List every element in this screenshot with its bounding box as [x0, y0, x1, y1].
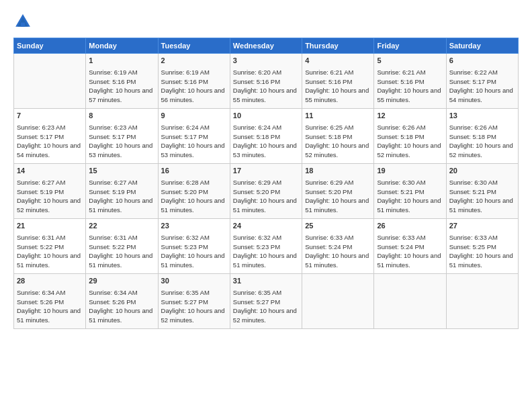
- day-info: Sunrise: 6:32 AMSunset: 5:23 PMDaylight:…: [233, 233, 299, 270]
- calendar-cell: 23Sunrise: 6:32 AMSunset: 5:23 PMDayligh…: [158, 219, 230, 274]
- calendar-cell: 10Sunrise: 6:24 AMSunset: 5:18 PMDayligh…: [230, 109, 302, 164]
- day-info: Sunrise: 6:34 AMSunset: 5:26 PMDaylight:…: [89, 288, 154, 325]
- day-info: Sunrise: 6:30 AMSunset: 5:21 PMDaylight:…: [377, 178, 443, 215]
- weekday-header-thursday: Thursday: [302, 38, 374, 54]
- day-number: 20: [449, 166, 515, 177]
- calendar-cell: 28Sunrise: 6:34 AMSunset: 5:26 PMDayligh…: [14, 274, 86, 329]
- day-number: 2: [161, 56, 227, 66]
- week-row-5: 28Sunrise: 6:34 AMSunset: 5:26 PMDayligh…: [14, 274, 519, 329]
- calendar-cell: [446, 274, 518, 329]
- calendar-cell: [374, 274, 446, 329]
- day-number: 21: [17, 221, 83, 232]
- weekday-header-monday: Monday: [86, 38, 158, 54]
- day-number: 16: [161, 166, 227, 177]
- weekday-header-wednesday: Wednesday: [230, 38, 302, 54]
- calendar-cell: 30Sunrise: 6:35 AMSunset: 5:27 PMDayligh…: [158, 274, 230, 329]
- calendar-cell: [302, 274, 374, 329]
- day-number: 13: [449, 111, 515, 122]
- day-info: Sunrise: 6:30 AMSunset: 5:21 PMDaylight:…: [449, 178, 515, 215]
- day-number: 1: [89, 56, 154, 66]
- day-info: Sunrise: 6:31 AMSunset: 5:22 PMDaylight:…: [17, 233, 83, 270]
- day-number: 3: [233, 56, 299, 66]
- day-info: Sunrise: 6:34 AMSunset: 5:26 PMDaylight:…: [17, 288, 83, 325]
- weekday-header-row: SundayMondayTuesdayWednesdayThursdayFrid…: [14, 38, 519, 54]
- calendar-cell: 1Sunrise: 6:19 AMSunset: 5:16 PMDaylight…: [86, 54, 158, 109]
- calendar-cell: 5Sunrise: 6:21 AMSunset: 5:16 PMDaylight…: [374, 54, 446, 109]
- calendar-cell: 11Sunrise: 6:25 AMSunset: 5:18 PMDayligh…: [302, 109, 374, 164]
- day-number: 11: [305, 111, 371, 122]
- calendar-cell: 9Sunrise: 6:24 AMSunset: 5:17 PMDaylight…: [158, 109, 230, 164]
- weekday-header-sunday: Sunday: [14, 38, 86, 54]
- day-number: 23: [161, 221, 227, 232]
- day-info: Sunrise: 6:29 AMSunset: 5:20 PMDaylight:…: [305, 178, 371, 215]
- day-number: 18: [305, 166, 371, 177]
- calendar-cell: 14Sunrise: 6:27 AMSunset: 5:19 PMDayligh…: [14, 164, 86, 219]
- day-info: Sunrise: 6:35 AMSunset: 5:27 PMDaylight:…: [161, 288, 227, 325]
- day-info: Sunrise: 6:22 AMSunset: 5:17 PMDaylight:…: [449, 68, 515, 105]
- day-info: Sunrise: 6:33 AMSunset: 5:25 PMDaylight:…: [449, 233, 515, 270]
- day-info: Sunrise: 6:26 AMSunset: 5:18 PMDaylight:…: [377, 123, 443, 160]
- day-number: 25: [305, 221, 371, 232]
- calendar-cell: 24Sunrise: 6:32 AMSunset: 5:23 PMDayligh…: [230, 219, 302, 274]
- day-info: Sunrise: 6:25 AMSunset: 5:18 PMDaylight:…: [305, 123, 371, 160]
- calendar-cell: 2Sunrise: 6:19 AMSunset: 5:16 PMDaylight…: [158, 54, 230, 109]
- day-info: Sunrise: 6:33 AMSunset: 5:24 PMDaylight:…: [305, 233, 371, 270]
- calendar-cell: 3Sunrise: 6:20 AMSunset: 5:16 PMDaylight…: [230, 54, 302, 109]
- day-number: 5: [377, 56, 443, 66]
- day-number: 24: [233, 221, 299, 232]
- calendar-table: SundayMondayTuesdayWednesdayThursdayFrid…: [13, 38, 519, 329]
- calendar-cell: 20Sunrise: 6:30 AMSunset: 5:21 PMDayligh…: [446, 164, 518, 219]
- day-info: Sunrise: 6:27 AMSunset: 5:19 PMDaylight:…: [17, 178, 83, 215]
- calendar-cell: 15Sunrise: 6:27 AMSunset: 5:19 PMDayligh…: [86, 164, 158, 219]
- day-number: 10: [233, 111, 299, 122]
- day-number: 9: [161, 111, 227, 122]
- day-info: Sunrise: 6:32 AMSunset: 5:23 PMDaylight:…: [161, 233, 227, 270]
- calendar-cell: 31Sunrise: 6:35 AMSunset: 5:27 PMDayligh…: [230, 274, 302, 329]
- day-number: 4: [305, 56, 371, 66]
- logo: [13, 12, 35, 31]
- day-number: 29: [89, 276, 154, 287]
- week-row-3: 14Sunrise: 6:27 AMSunset: 5:19 PMDayligh…: [14, 164, 519, 219]
- day-number: 6: [449, 56, 515, 66]
- weekday-header-friday: Friday: [374, 38, 446, 54]
- day-number: 26: [377, 221, 443, 232]
- calendar-cell: 4Sunrise: 6:21 AMSunset: 5:16 PMDaylight…: [302, 54, 374, 109]
- day-info: Sunrise: 6:21 AMSunset: 5:16 PMDaylight:…: [305, 68, 371, 105]
- calendar-cell: 17Sunrise: 6:29 AMSunset: 5:20 PMDayligh…: [230, 164, 302, 219]
- calendar-page: SundayMondayTuesdayWednesdayThursdayFrid…: [0, 0, 532, 411]
- day-info: Sunrise: 6:33 AMSunset: 5:24 PMDaylight:…: [377, 233, 443, 270]
- day-info: Sunrise: 6:29 AMSunset: 5:20 PMDaylight:…: [233, 178, 299, 215]
- day-info: Sunrise: 6:24 AMSunset: 5:17 PMDaylight:…: [161, 123, 227, 160]
- day-info: Sunrise: 6:23 AMSunset: 5:17 PMDaylight:…: [17, 123, 83, 160]
- svg-rect-2: [21, 23, 25, 27]
- logo-icon: [13, 12, 32, 31]
- day-info: Sunrise: 6:19 AMSunset: 5:16 PMDaylight:…: [89, 68, 154, 105]
- week-row-4: 21Sunrise: 6:31 AMSunset: 5:22 PMDayligh…: [14, 219, 519, 274]
- day-number: 22: [89, 221, 154, 232]
- day-info: Sunrise: 6:35 AMSunset: 5:27 PMDaylight:…: [233, 288, 299, 325]
- day-number: 28: [17, 276, 83, 287]
- day-info: Sunrise: 6:21 AMSunset: 5:16 PMDaylight:…: [377, 68, 443, 105]
- calendar-cell: 25Sunrise: 6:33 AMSunset: 5:24 PMDayligh…: [302, 219, 374, 274]
- calendar-cell: 19Sunrise: 6:30 AMSunset: 5:21 PMDayligh…: [374, 164, 446, 219]
- calendar-cell: 12Sunrise: 6:26 AMSunset: 5:18 PMDayligh…: [374, 109, 446, 164]
- week-row-2: 7Sunrise: 6:23 AMSunset: 5:17 PMDaylight…: [14, 109, 519, 164]
- calendar-cell: 7Sunrise: 6:23 AMSunset: 5:17 PMDaylight…: [14, 109, 86, 164]
- day-info: Sunrise: 6:20 AMSunset: 5:16 PMDaylight:…: [233, 68, 299, 105]
- calendar-cell: 22Sunrise: 6:31 AMSunset: 5:22 PMDayligh…: [86, 219, 158, 274]
- day-number: 30: [161, 276, 227, 287]
- day-number: 27: [449, 221, 515, 232]
- day-info: Sunrise: 6:27 AMSunset: 5:19 PMDaylight:…: [89, 178, 154, 215]
- calendar-cell: 18Sunrise: 6:29 AMSunset: 5:20 PMDayligh…: [302, 164, 374, 219]
- day-number: 31: [233, 276, 299, 287]
- day-info: Sunrise: 6:31 AMSunset: 5:22 PMDaylight:…: [89, 233, 154, 270]
- calendar-cell: 26Sunrise: 6:33 AMSunset: 5:24 PMDayligh…: [374, 219, 446, 274]
- day-info: Sunrise: 6:28 AMSunset: 5:20 PMDaylight:…: [161, 178, 227, 215]
- calendar-cell: [14, 54, 86, 109]
- day-number: 14: [17, 166, 83, 177]
- day-number: 7: [17, 111, 83, 122]
- day-number: 8: [89, 111, 154, 122]
- header: [13, 12, 519, 31]
- day-number: 12: [377, 111, 443, 122]
- calendar-cell: 21Sunrise: 6:31 AMSunset: 5:22 PMDayligh…: [14, 219, 86, 274]
